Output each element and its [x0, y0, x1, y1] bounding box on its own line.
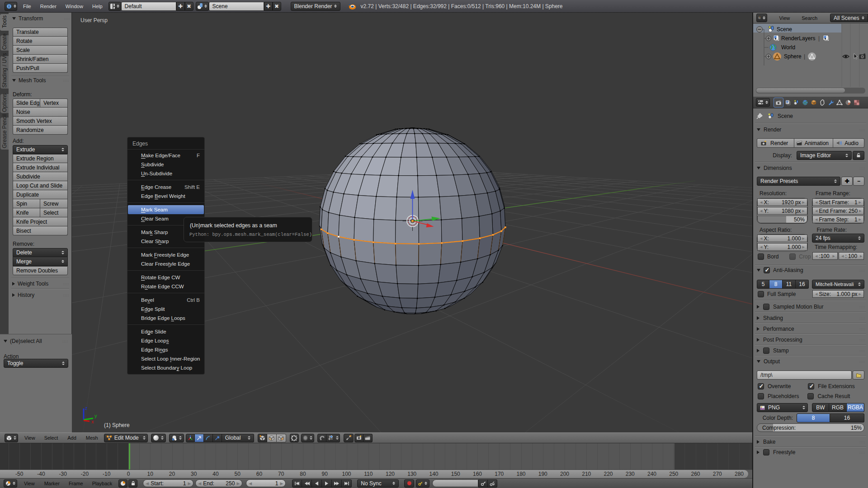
- svg-text:Scene: Scene: [777, 26, 792, 33]
- svg-text:World: World: [781, 44, 795, 51]
- svg-text:|: |: [818, 35, 820, 42]
- svg-text:|: |: [804, 53, 805, 60]
- svg-text:Sphere: Sphere: [784, 53, 802, 60]
- svg-text:(1) Sphere: (1) Sphere: [104, 422, 130, 428]
- svg-text:y: y: [94, 413, 97, 418]
- svg-text:RenderLayers: RenderLayers: [781, 35, 815, 42]
- svg-text:User Persp: User Persp: [80, 17, 108, 23]
- svg-text:x: x: [91, 419, 94, 424]
- svg-text:z: z: [85, 405, 88, 411]
